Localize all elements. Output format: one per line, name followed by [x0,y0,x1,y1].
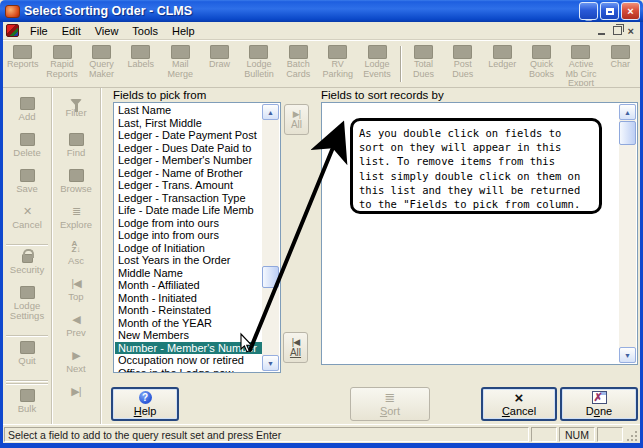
sidebar-item-top[interactable]: |◀Top [52,277,100,311]
toolbar-active-mb-circ-export[interactable]: Active Mb Circ Export [561,42,600,86]
status-bar: Select a field to add to the query resul… [3,424,640,443]
sidebar-item-lodge-settings[interactable]: Lodge Settings [3,286,51,330]
sidebar-item-find[interactable]: Find [52,133,100,167]
list-item[interactable]: Ledger - Name of Brother [115,167,262,180]
sidebar-item-browse[interactable]: Browse [52,169,100,203]
menu-edit[interactable]: Edit [55,23,88,39]
char-icon [611,45,630,59]
sidebar-item-prev[interactable]: ◀Prev [52,313,100,347]
move-all-right-button[interactable]: ▶| All [284,104,309,135]
list-item[interactable]: Ledger - Date Payment Post [115,129,262,142]
quit-icon [20,341,35,354]
sidebar-item-next[interactable]: ▶Next [52,349,100,383]
sidebar-item-explore[interactable]: ≣Explore [52,205,100,239]
scrollbar-thumb[interactable] [262,266,279,288]
list-item[interactable]: Lodge into from ours [115,229,262,242]
delete-icon [20,133,35,146]
cancel-button[interactable]: × Cancel [481,387,557,421]
list-item[interactable]: Month of the YEAR [115,317,262,330]
window-frame: File Edit View Tools Help × Reports Rapi… [0,22,643,448]
scroll-up-icon[interactable]: ▲ [619,104,636,120]
menu-tools[interactable]: Tools [125,23,165,39]
sidebar-item-add[interactable]: Add [3,97,51,131]
toolbar-post-dues[interactable]: Post Dues [443,42,482,86]
toolbar-quick-books[interactable]: Quick Books [522,42,561,86]
list-item[interactable]: Lodge from into ours [115,217,262,230]
list-item[interactable]: Month - Reinstated [115,304,262,317]
post-dues-icon [453,45,472,59]
list-item[interactable]: Last Name [115,104,262,117]
toolbar-draw[interactable]: Draw [200,42,239,86]
scrollbar-thumb[interactable] [619,121,636,145]
add-icon [20,97,35,110]
sidebar-item-save[interactable]: Save [3,169,51,203]
list-item[interactable]: Last, First Middle [115,117,262,130]
list-item[interactable]: Lost Years in the Order [115,254,262,267]
quick-books-icon [532,45,551,59]
toolbar-lodge-bulletin[interactable]: Lodge Bulletin [239,42,278,86]
minimize-button[interactable]: _ [579,2,598,20]
browse-icon [69,169,84,182]
list-item[interactable]: Month - Affiliated [115,279,262,292]
done-window-x-icon [592,391,607,404]
sidebar-item-quit[interactable]: Quit [3,341,51,375]
reports-icon [13,45,32,59]
menu-file[interactable]: File [23,23,55,39]
help-button[interactable]: ? Help [111,387,179,421]
mdi-restore-button[interactable] [613,26,622,35]
sort-button[interactable]: ≣ Sort [350,387,430,421]
sidebar-item-filter[interactable]: Filter [52,97,100,131]
list-item[interactable]: Ledger - Transaction Type [115,192,262,205]
sidebar-item-security[interactable]: Security [3,250,51,284]
resize-grip[interactable] [625,427,638,442]
sidebar-item-asc[interactable]: AZ↓Asc [52,241,100,275]
list-item[interactable]: Lodge of Initiation [115,242,262,255]
scroll-down-icon[interactable]: ▼ [262,355,279,371]
list-item[interactable]: Ledger - Trans. Amount [115,179,262,192]
toolbar-batch-cards[interactable]: Batch Cards [279,42,318,86]
toolbar-ledger[interactable]: Ledger [483,42,522,86]
pick-list-scrollbar[interactable]: ▲ ▼ [262,104,279,371]
move-all-right-icon: ▶| [293,109,300,119]
toolbar-lodge-events[interactable]: Lodge Events [357,42,396,86]
lodge-events-icon [368,45,387,59]
scroll-down-icon[interactable]: ▼ [619,347,636,363]
toolbar-mail-merge[interactable]: Mail Merge [161,42,200,86]
list-item[interactable]: Office in the Lodge now [115,367,262,373]
toolbar-reports[interactable]: Reports [3,42,42,86]
list-item[interactable]: Middle Name [115,267,262,280]
toolbar-labels[interactable]: Labels [121,42,160,86]
list-item[interactable]: New Members [115,329,262,342]
list-item[interactable]: Ledger - Member's Number [115,154,262,167]
mdi-close-button[interactable]: × [628,26,634,36]
toolbar-rapid-reports[interactable]: Rapid Reports [42,42,81,86]
sidebar-item-end[interactable]: ▶| [52,385,100,419]
toolbar-total-dues[interactable]: Total Dues [404,42,443,86]
menu-view[interactable]: View [88,23,126,39]
mdi-minimize-button[interactable] [597,26,607,36]
app-window: Select Sorting Order - CLMS _ × File Edi… [0,0,643,448]
list-item-selected[interactable]: Number - Member's Number [115,342,262,355]
sort-list-scrollbar[interactable]: ▲ ▼ [619,104,636,363]
toolbar-rv-parking[interactable]: RV Parking [318,42,357,86]
toolbar-char[interactable]: Char [601,42,640,86]
save-icon [20,169,35,182]
toolbar-query-maker[interactable]: Query Maker [82,42,121,86]
sidebar-item-delete[interactable]: Delete [3,133,51,167]
sidebar-right-column: Filter Find Browse ≣Explore AZ↓Asc |◀Top… [52,88,101,424]
list-item[interactable]: Ledger - Dues Date Paid to [115,142,262,155]
app-menu-icon [6,24,19,37]
toolbar: Reports Rapid Reports Query Maker Labels… [3,40,640,88]
sidebar: Add Delete Save ✕Cancel Security Lodge S… [3,88,103,424]
done-button[interactable]: Done [560,387,638,421]
menu-help[interactable]: Help [165,23,202,39]
list-item[interactable]: Month - Initiated [115,292,262,305]
scroll-up-icon[interactable]: ▲ [262,104,279,120]
sidebar-item-bulk[interactable]: Bulk [3,389,51,423]
sidebar-item-cancel[interactable]: ✕Cancel [3,205,51,239]
list-item[interactable]: Life - Date made Life Memb [115,204,262,217]
close-button[interactable]: × [621,2,640,20]
move-all-left-button[interactable]: |◀ All [283,332,308,363]
maximize-button[interactable] [600,2,619,20]
list-item[interactable]: Occupation now or retired [115,354,262,367]
